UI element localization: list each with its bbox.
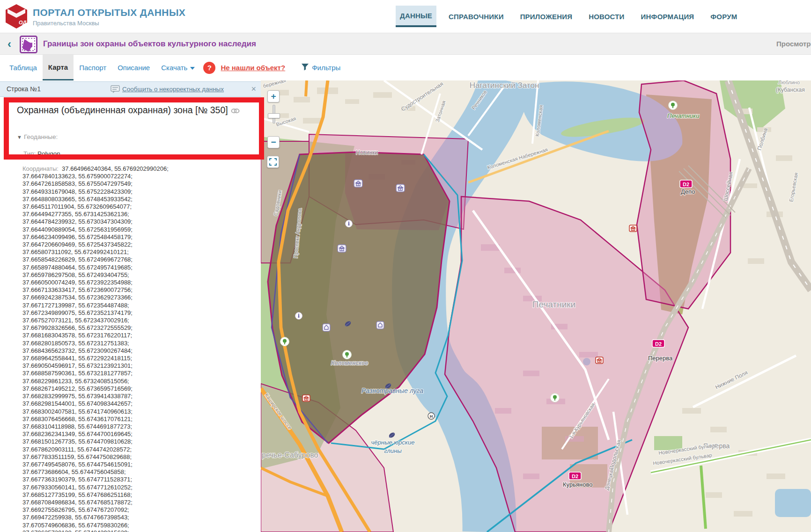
not-found-link[interactable]: Не нашли объект? <box>221 64 285 72</box>
coordinate-line: 37.6682671495212, 55.6736595716569; <box>22 385 261 393</box>
close-icon[interactable]: × <box>251 84 256 94</box>
coordinate-line: 37.6678620903111, 55.6744742028572; <box>22 446 261 453</box>
coordinate-line: 37.6683076456668, 55.6743617076121; <box>22 415 261 423</box>
coordinate-line: 37.6689642558441, 55.6722922418115; <box>22 355 261 362</box>
coordinate-line: 37.6677495458076, 55.6744754615091; <box>22 461 261 468</box>
tab-карта[interactable]: Карта <box>43 55 74 80</box>
monument-icon <box>295 313 302 320</box>
zoom-in-button[interactable]: + <box>267 90 280 102</box>
svg-text:D2: D2 <box>655 341 662 347</box>
d2-station-badge: D2 <box>652 340 664 347</box>
chevron-down-icon <box>190 67 195 70</box>
coordinate-line: 37.6682981544001, 55.6740983442657; <box>22 400 261 408</box>
type-value: Polygon <box>37 150 60 157</box>
nav-item-новости[interactable]: НОВОСТИ <box>584 6 628 27</box>
svg-text:D2: D2 <box>683 182 689 187</box>
coordinate-line: 37.6683002407581, 55.6741740960613; <box>22 408 261 415</box>
map-label: Печатники <box>667 112 699 119</box>
coordinate-line: 37.6647840133623, 55.6759000722274; <box>22 173 261 180</box>
nav-item-справочники[interactable]: СПРАВОЧНИКИ <box>444 6 508 27</box>
zoom-slider-handle[interactable] <box>268 113 280 118</box>
d2-station-badge: D2 <box>569 472 581 480</box>
object-title-text: Охранная (объединенная охранная) зона [№… <box>17 105 228 115</box>
map-label: Люблино <box>778 80 800 85</box>
coordinate-line: 37.6659786297508, 55.672493404755; <box>22 271 261 279</box>
house-icon <box>323 324 330 331</box>
coordinate-line: 37.668229861233, 55.6732408515056; <box>22 378 261 385</box>
coordinate-line: 37.6687084986834, 55.6747685178872; <box>22 499 261 506</box>
coordinate-line: 37.6667133633417, 55.6723690072756; <box>22 286 261 294</box>
content: Строка №1 Сообщить о некорректных данных… <box>0 80 811 532</box>
tab-таблица[interactable]: Таблица <box>4 55 43 80</box>
geodata-toggle[interactable]: ▼Геоданные: <box>17 133 58 140</box>
nav-item-информация[interactable]: ИНФОРМАЦИЯ <box>637 6 699 27</box>
map-label: Новинки <box>356 149 378 156</box>
tab-паспорт[interactable]: Паспорт <box>74 55 112 80</box>
nav-item-форум[interactable]: ФОРУМ <box>706 6 741 27</box>
back-button[interactable]: ‹ <box>7 37 11 51</box>
coordinate-line: 37.6644784239932, 55.6730347304309; <box>22 218 261 226</box>
coordinate-line: 37.6682832999975, 55.6739414338787; <box>22 393 261 400</box>
coordinate-line: 37.6649331679048, 55.6752228423309; <box>22 188 261 196</box>
report-link[interactable]: Сообщить о некорректных данных <box>122 86 224 93</box>
filter-icon[interactable] <box>301 63 309 73</box>
page-title: Границы зон охраны объектов культурного … <box>43 39 256 49</box>
filters-link[interactable]: Фильтры <box>312 64 340 72</box>
map-label: Нагатинский Затон <box>470 81 539 90</box>
link-icon[interactable] <box>231 106 240 116</box>
coordinate-line: 37.6658974880464, 55.6724957419685; <box>22 264 261 271</box>
museum-icon <box>354 180 362 187</box>
map-label: глины <box>384 447 402 454</box>
tabs-bar: ТаблицаКартаПаспортОписаниеСкачать ? Не … <box>0 55 811 80</box>
coordinate-line: 37.6672349899075, 55.6723521374179; <box>22 309 261 317</box>
left-panel: Строка №1 Сообщить о некорректных данных… <box>0 80 261 532</box>
map-canvas[interactable]: Н <box>261 80 811 532</box>
coordinate-line: 37.6660500074249, 55.6723922354988; <box>22 279 261 286</box>
portal-logo[interactable]: ОД ПОРТАЛ ОТКРЫТЫХ ДАННЫХ Правительства … <box>4 3 185 29</box>
portal-logo-icon: ОД <box>4 3 29 29</box>
coordinate-line: 37.6692755826795, 55.674767207092; <box>22 506 261 514</box>
coordinate-line: 37.667527073121, 55.6723437002916; <box>22 317 261 324</box>
coordinate-line: 37.6648808033665, 55.6748453933542; <box>22 196 261 203</box>
coords-label: Координаты: <box>22 165 62 172</box>
coordinate-line: Координаты: 37.664966240364, 55.67692029… <box>22 165 261 173</box>
map-label: речье-Сабурово <box>262 451 318 459</box>
coordinate-line: 37.66773686604, 55.6744756045858; <box>22 468 261 476</box>
coordinate-line: 37.6679330560141, 55.6747712610252; <box>22 484 261 491</box>
zoom-out-button[interactable]: − <box>267 136 280 148</box>
tab-скачать[interactable]: Скачать <box>155 55 200 80</box>
coordinate-line: 37.670625720128, 55.6748429315629; <box>22 529 261 532</box>
svg-text:D2: D2 <box>572 474 578 479</box>
views-label: Просмотре <box>776 40 811 48</box>
tree-icon <box>551 394 560 402</box>
coordinate-line: 37.6645117011904, 55.6732609654077; <box>22 203 261 211</box>
coordinate-line: 37.6647206609469, 55.6725437345822; <box>22 241 261 248</box>
map-label: Депо <box>681 188 695 195</box>
nav-item-данные[interactable]: ДАННЫЕ <box>396 6 436 27</box>
nav-item-приложения[interactable]: ПРИЛОЖЕНИЯ <box>516 6 577 27</box>
type-label: Тип: <box>23 150 36 157</box>
tree-icon <box>343 350 352 359</box>
hstop-icon <box>428 413 435 419</box>
museum-icon <box>338 245 346 252</box>
tab-описание[interactable]: Описание <box>112 55 155 80</box>
tree-icon <box>669 101 678 110</box>
help-icon[interactable]: ? <box>203 62 215 74</box>
map-label: (Кубанская <box>776 87 805 93</box>
coordinate-line: 37.6658548226829, 55.6724969672768; <box>22 256 261 263</box>
coordinate-line: 37.6677833511159, 55.6744750829688; <box>22 453 261 461</box>
museum-red-icon <box>629 225 637 232</box>
map-label: Коломенское <box>331 359 369 366</box>
map-label: Разнотравные луга <box>361 387 423 394</box>
coordinate-line: 37.6684365623732, 55.6723090267484; <box>22 347 261 355</box>
geodata-label: Геоданные: <box>24 133 58 140</box>
logo-subtitle: Правительства Москвы <box>33 20 185 27</box>
coordinate-line: 37.6682362341349, 55.6744700169645; <box>22 430 261 438</box>
fullscreen-button[interactable] <box>267 156 279 168</box>
coordinate-line: 37.6646234099496, 55.6725484458179; <box>22 233 261 241</box>
d2-station-badge: D2 <box>680 180 692 188</box>
monument-icon <box>346 220 353 227</box>
house-icon <box>376 321 384 329</box>
row-title: Строка №1 <box>7 85 41 93</box>
museum-red-icon <box>596 357 603 364</box>
